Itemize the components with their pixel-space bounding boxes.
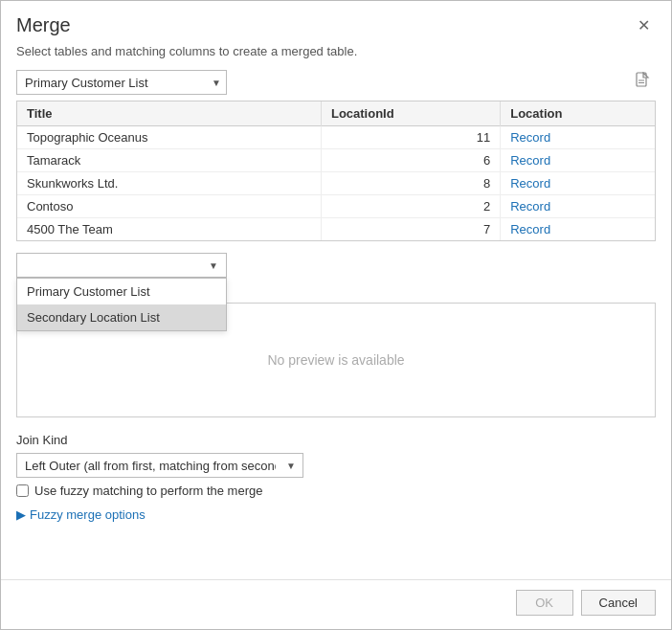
fuzzy-options-arrow-icon: ▶ bbox=[16, 507, 26, 522]
table-row[interactable]: Skunkworks Ltd. 8 Record bbox=[17, 172, 655, 195]
cell-location[interactable]: Record bbox=[501, 218, 655, 241]
cell-title: Skunkworks Ltd. bbox=[17, 172, 321, 195]
secondary-section: ▼ Primary Customer List Secondary Locati… bbox=[16, 253, 656, 417]
dropdown-option-primary[interactable]: Primary Customer List bbox=[17, 279, 226, 304]
fuzzy-checkbox-row: Use fuzzy matching to perform the merge bbox=[16, 484, 656, 498]
cell-title: 4500 The Team bbox=[17, 218, 321, 241]
table-row[interactable]: 4500 The Team 7 Record bbox=[17, 218, 655, 241]
dialog-body: Primary Customer List Secondary Location… bbox=[1, 70, 671, 579]
merge-dialog: Merge ✕ Select tables and matching colum… bbox=[0, 0, 672, 630]
cell-locationid: 7 bbox=[321, 218, 500, 241]
fuzzy-checkbox[interactable] bbox=[16, 484, 29, 497]
col-title: Title bbox=[17, 101, 321, 126]
cancel-button[interactable]: Cancel bbox=[581, 590, 656, 616]
cell-location[interactable]: Record bbox=[501, 126, 655, 149]
join-dropdown-wrapper: Left Outer (all from first, matching fro… bbox=[16, 453, 303, 478]
primary-section: Primary Customer List Secondary Location… bbox=[16, 70, 656, 241]
cell-title: Contoso bbox=[17, 195, 321, 218]
table-row[interactable]: Contoso 2 Record bbox=[17, 195, 655, 218]
join-kind-section: Join Kind Left Outer (all from first, ma… bbox=[16, 433, 656, 522]
cell-location[interactable]: Record bbox=[501, 149, 655, 172]
primary-top-row: Primary Customer List Secondary Location… bbox=[16, 70, 656, 95]
cell-location[interactable]: Record bbox=[501, 195, 655, 218]
cell-title: Tamarack bbox=[17, 149, 321, 172]
fuzzy-options-label: Fuzzy merge options bbox=[30, 507, 146, 522]
primary-table-container: Title LocationId Location Topographic Oc… bbox=[16, 101, 656, 241]
dialog-subtitle: Select tables and matching columns to cr… bbox=[1, 36, 671, 70]
dialog-footer: OK Cancel bbox=[1, 579, 671, 629]
join-dropdown[interactable]: Left Outer (all from first, matching fro… bbox=[16, 453, 303, 478]
cell-location[interactable]: Record bbox=[501, 172, 655, 195]
fuzzy-options-link[interactable]: ▶ Fuzzy merge options bbox=[16, 507, 656, 522]
cell-locationid: 6 bbox=[321, 149, 500, 172]
secondary-dropdown-wrapper: ▼ Primary Customer List Secondary Locati… bbox=[16, 253, 227, 278]
no-preview-text: No preview is available bbox=[267, 352, 404, 368]
cell-locationid: 2 bbox=[321, 195, 500, 218]
secondary-dropdown-arrow-icon: ▼ bbox=[209, 260, 218, 271]
primary-dropdown[interactable]: Primary Customer List Secondary Location… bbox=[16, 70, 227, 95]
ok-button[interactable]: OK bbox=[516, 590, 573, 616]
primary-table: Title LocationId Location Topographic Oc… bbox=[17, 101, 655, 240]
close-button[interactable]: ✕ bbox=[632, 16, 656, 35]
join-kind-label: Join Kind bbox=[16, 433, 656, 447]
table-row[interactable]: Tamarack 6 Record bbox=[17, 149, 655, 172]
primary-table-header-row: Title LocationId Location bbox=[17, 101, 655, 126]
file-icon-button[interactable] bbox=[631, 70, 656, 95]
secondary-dropdown-menu: Primary Customer List Secondary Location… bbox=[16, 278, 227, 331]
cell-locationid: 8 bbox=[321, 172, 500, 195]
table-row[interactable]: Topographic Oceanus 11 Record bbox=[17, 126, 655, 149]
fuzzy-checkbox-label: Use fuzzy matching to perform the merge bbox=[34, 484, 262, 498]
secondary-dropdown-display[interactable]: ▼ bbox=[16, 253, 227, 278]
cell-title: Topographic Oceanus bbox=[17, 126, 321, 149]
primary-dropdown-wrapper: Primary Customer List Secondary Location… bbox=[16, 70, 227, 95]
cell-locationid: 11 bbox=[321, 126, 500, 149]
col-locationid: LocationId bbox=[321, 101, 500, 126]
dropdown-option-secondary[interactable]: Secondary Location List bbox=[17, 304, 226, 330]
col-location: Location bbox=[501, 101, 655, 126]
dialog-title: Merge bbox=[16, 14, 71, 36]
dialog-titlebar: Merge ✕ bbox=[1, 1, 671, 36]
